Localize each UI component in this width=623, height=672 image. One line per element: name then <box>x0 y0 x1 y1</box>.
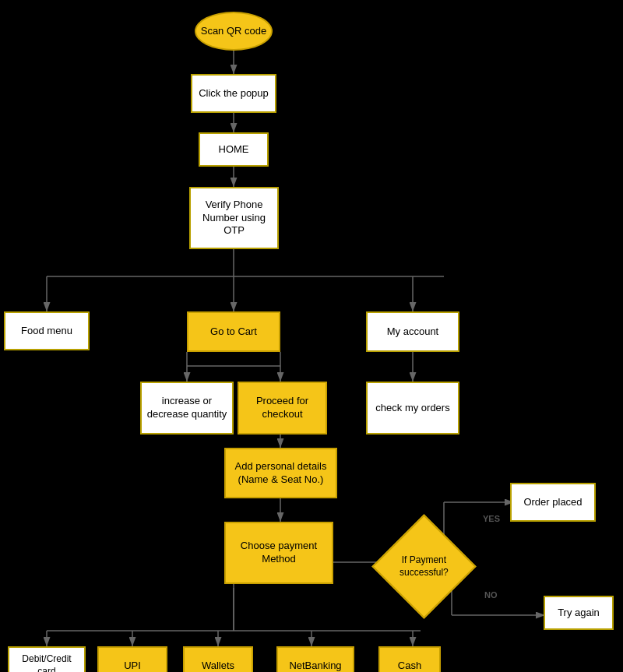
no-label: NO <box>484 590 498 600</box>
food-menu-label: Food menu <box>21 325 72 338</box>
payment-diamond-label: If Payment successful? <box>389 554 459 579</box>
food-menu-node: Food menu <box>4 311 90 350</box>
scan-qr-label: Scan QR code <box>201 25 267 38</box>
home-label: HOME <box>219 143 249 157</box>
proceed-checkout-label: Proceed for checkout <box>244 395 321 421</box>
increase-decrease-node: increase or decrease quantity <box>140 382 234 435</box>
choose-payment-node: Choose payment Method <box>224 522 333 584</box>
add-personal-label: Add personal details (Name & Seat No.) <box>231 460 331 487</box>
upi-label: UPI <box>124 660 141 672</box>
payment-diamond-node: If Payment successful? <box>371 514 476 618</box>
wallets-node: Wallets <box>183 646 253 672</box>
choose-payment-label: Choose payment Method <box>231 540 327 566</box>
yes-label: YES <box>483 514 500 523</box>
go-to-cart-label: Go to Cart <box>210 325 257 339</box>
verify-phone-node: Verify Phone Number using OTP <box>189 187 279 249</box>
my-account-node: My account <box>366 311 459 352</box>
check-orders-node: check my orders <box>366 382 459 435</box>
cash-label: Cash <box>398 660 421 672</box>
my-account-label: My account <box>387 325 438 339</box>
scan-qr-node: Scan QR code <box>195 12 273 51</box>
order-placed-label: Order placed <box>523 496 582 509</box>
try-again-label: Try again <box>558 607 600 620</box>
go-to-cart-node: Go to Cart <box>187 311 280 352</box>
proceed-checkout-node: Proceed for checkout <box>238 382 327 435</box>
try-again-node: Try again <box>544 596 614 630</box>
wallets-label: Wallets <box>202 660 234 672</box>
add-personal-node: Add personal details (Name & Seat No.) <box>224 448 337 498</box>
click-popup-label: Click the popup <box>199 87 269 100</box>
verify-phone-label: Verify Phone Number using OTP <box>195 199 273 238</box>
netbanking-node: NetBanking <box>276 646 354 672</box>
debit-credit-label: Debit/Credit card <box>14 653 79 672</box>
click-popup-node: Click the popup <box>191 74 276 113</box>
netbanking-label: NetBanking <box>289 660 341 672</box>
order-placed-node: Order placed <box>510 483 596 522</box>
debit-credit-node: Debit/Credit card <box>8 646 86 672</box>
upi-node: UPI <box>97 646 167 672</box>
check-orders-label: check my orders <box>375 402 449 415</box>
home-node: HOME <box>199 132 269 167</box>
increase-decrease-label: increase or decrease quantity <box>146 395 227 421</box>
cash-node: Cash <box>378 646 441 672</box>
